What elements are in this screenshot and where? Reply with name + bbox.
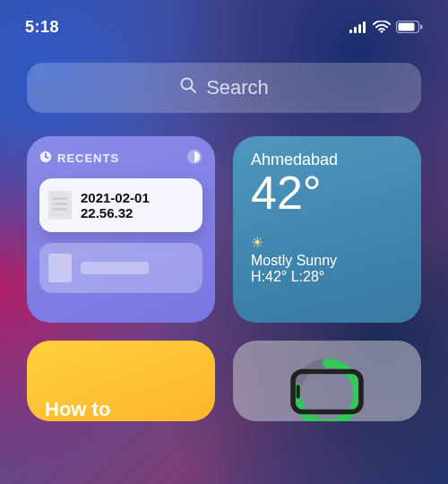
phone-icon: [290, 355, 364, 421]
widget-grid: RECENTS 2021-02-01 22.56.32 Ahmedabad 42…: [0, 113, 448, 421]
app-badge-icon: [186, 149, 202, 168]
clock-icon: [39, 151, 52, 166]
notes-title: How to: [45, 398, 197, 421]
wifi-icon: [373, 21, 391, 33]
document-icon: [48, 191, 72, 220]
weather-temperature: 42°: [251, 169, 403, 216]
status-time: 5:18: [25, 18, 349, 37]
weather-high-low: H:42° L:28°: [251, 269, 403, 285]
recents-item-title: 2021-02-01 22.56.32: [81, 190, 150, 221]
search-container: Search: [0, 41, 448, 113]
svg-rect-0: [349, 30, 352, 33]
svg-rect-3: [363, 22, 366, 33]
weather-condition: Mostly Sunny: [251, 253, 403, 269]
search-icon: [179, 76, 197, 99]
placeholder-bar: [81, 262, 149, 274]
sun-icon: ☀: [251, 234, 403, 251]
cellular-icon: [349, 22, 367, 33]
svg-rect-17: [297, 385, 300, 398]
search-placeholder: Search: [206, 76, 269, 99]
battery-widget[interactable]: [233, 341, 421, 421]
status-bar: 5:18: [0, 0, 448, 41]
notes-widget[interactable]: How to: [27, 341, 215, 421]
weather-widget[interactable]: Ahmedabad 42° ☀ Mostly Sunny H:42° L:28°: [233, 136, 421, 323]
svg-rect-7: [420, 25, 423, 30]
svg-line-9: [191, 88, 195, 92]
status-icons: [349, 21, 423, 33]
battery-ring: [290, 357, 364, 421]
recents-header: RECENTS: [39, 149, 202, 168]
svg-rect-2: [358, 24, 361, 33]
recents-item-placeholder: [39, 243, 202, 293]
search-field[interactable]: Search: [27, 63, 421, 113]
placeholder-thumb: [48, 254, 72, 282]
svg-rect-1: [354, 27, 357, 33]
recents-item[interactable]: 2021-02-01 22.56.32: [39, 178, 202, 232]
recents-widget[interactable]: RECENTS 2021-02-01 22.56.32: [27, 136, 215, 323]
svg-rect-16: [293, 371, 361, 411]
svg-rect-6: [399, 23, 415, 31]
svg-point-4: [381, 30, 383, 33]
battery-icon: [396, 21, 423, 33]
svg-line-12: [46, 157, 48, 158]
recents-header-label: RECENTS: [57, 151, 119, 165]
